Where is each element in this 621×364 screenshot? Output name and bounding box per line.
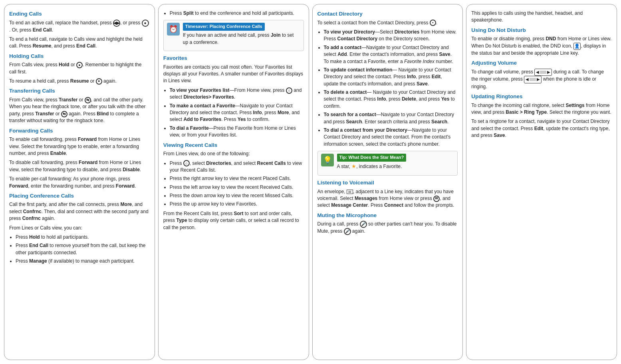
messages-icon: ✉ — [433, 196, 440, 202]
dot-icon: • — [430, 20, 436, 26]
cd-li2: To add a contact—Navigate to your Contac… — [324, 44, 458, 65]
cd-li4: To delete a contact— Navigate to your Co… — [324, 89, 458, 110]
section-adjusting-volume: Adjusting Volume To change call volume, … — [471, 59, 612, 90]
forwarding-calls-title: Forwarding Calls — [9, 127, 150, 135]
contact-directory-title: Contact Directory — [317, 10, 458, 18]
envelope-icon: ✉ — [347, 190, 353, 194]
ending-calls-title: Ending Calls — [9, 10, 150, 18]
muting-microphone-title: Muting the Microphone — [317, 212, 458, 220]
recent-calls-footer: From the Recent Calls list, press Sort t… — [163, 210, 304, 231]
muting-microphone-p1: During a call, press 🎤 so other parties … — [317, 221, 458, 235]
section-updating-ringtones: Updating Ringtones To change the incomin… — [471, 93, 612, 139]
holding-calls-p1: From Calls view, press Hold or ●. Rememb… — [9, 61, 150, 75]
tip-star-box: 💡 Tip: What Does the Star Mean? A star, … — [317, 151, 458, 176]
placing-conference-p2: From Lines or Calls view, you can: — [9, 225, 150, 231]
panel-1: Ending Calls To end an active call, repl… — [4, 4, 155, 360]
recent-calls-li2: Press the right arrow key to view the re… — [170, 175, 304, 182]
applies-to-text: This applies to calls using the handset,… — [471, 10, 612, 24]
placing-conference-title: Placing Conference Calls — [9, 192, 150, 200]
mute-icon-1: 🎤 — [360, 221, 367, 228]
timesaver-text: If you have an active and held call, pre… — [183, 32, 300, 46]
contact-directory-p1: To select a contact from the Contact Dir… — [317, 20, 458, 26]
listening-voicemail-title: Listening to Voicemail — [317, 179, 458, 187]
cd-li5: To search for a contact—Navigate to your… — [324, 111, 458, 125]
favorites-list: To view your Favorites list—From Home vi… — [170, 87, 304, 139]
favorites-li3: To dial a Favorite—Press the Favorite fr… — [170, 125, 304, 139]
timesaver-header: Timesaver: Placing Conference Calls — [183, 23, 265, 31]
section-ending-calls: Ending Calls To end an active call, repl… — [9, 10, 150, 50]
panel-3: Contact Directory To select a contact fr… — [312, 4, 463, 360]
tip-star-header: Tip: What Does the Star Mean? — [337, 154, 407, 162]
home-icon-1: ⌂ — [286, 87, 292, 94]
transfer-icon-1: ⇆ — [85, 97, 91, 103]
section-holding-calls: Holding Calls From Calls view, press Hol… — [9, 52, 150, 85]
hold-icon: ◀▶ — [113, 20, 120, 27]
split-conference-li1: Press Split to end the conference and ho… — [170, 10, 304, 17]
forwarding-calls-p1: To enable call forwarding, press Forward… — [9, 136, 150, 157]
timesaver-box: ⏰ Timesaver: Placing Conference Calls If… — [163, 20, 304, 51]
section-muting-microphone: Muting the Microphone During a call, pre… — [317, 212, 458, 235]
section-forwarding-calls: Forwarding Calls To enable call forwardi… — [9, 127, 150, 190]
viewing-recent-calls-title: Viewing Recent Calls — [163, 141, 304, 149]
forwarding-calls-p3: To enable per-call forwarding: As your p… — [9, 176, 150, 190]
section-transferring-calls: Transferring Calls From Calls view, pres… — [9, 87, 150, 124]
tip-star-content: Tip: What Does the Star Mean? A star, ★,… — [337, 154, 407, 173]
section-listening-voicemail: Listening to Voicemail An envelope, ✉, a… — [317, 179, 458, 209]
do-not-disturb-p1: To enable or disable ringing, press DND … — [471, 36, 612, 57]
panel-2: Press Split to end the conference and ho… — [158, 4, 309, 360]
mute-icon-2: 🎤 — [344, 228, 351, 235]
updating-ringtones-p1: To change the incoming call ringtone, se… — [471, 102, 612, 116]
placing-conference-li2: Press End Call to remove yourself from t… — [16, 242, 150, 256]
recent-calls-li1: Press ⌂, select Directories, and select … — [170, 160, 304, 174]
holding-calls-p2: To resume a held call, press Resume or ●… — [9, 78, 150, 85]
volume-icon-1: ◀▶ — [534, 69, 552, 76]
star-icon: ★ — [351, 163, 356, 169]
forwarding-calls-p2: To disable call forwarding, press Forwar… — [9, 159, 150, 173]
updating-ringtones-p2: To set a ringtone for a contact, navigat… — [471, 118, 612, 139]
transfer-icon-2: ⇆ — [61, 111, 67, 117]
favorites-li2: To make a contact a Favorite—Navigate to… — [170, 103, 304, 123]
updating-ringtones-title: Updating Ringtones — [471, 93, 612, 101]
adjusting-volume-title: Adjusting Volume — [471, 59, 612, 67]
panel-4: This applies to calls using the handset,… — [466, 4, 617, 360]
favorites-li1: To view your Favorites list—From Home vi… — [170, 87, 304, 101]
section-contact-directory: Contact Directory To select a contact fr… — [317, 10, 458, 148]
viewing-recent-calls-p1: From Lines view, do one of the following… — [163, 150, 304, 157]
timesaver-content: Timesaver: Placing Conference Calls If y… — [183, 23, 300, 48]
placing-conference-li3: Press Manage (if available) to manage ea… — [16, 258, 150, 265]
cd-li6: To dial a contact from your Directory—Na… — [324, 127, 458, 148]
listening-voicemail-p1: An envelope, ✉, adjacent to a Line key, … — [317, 188, 458, 209]
section-do-not-disturb: Using Do Not Disturb To enable or disabl… — [471, 26, 612, 57]
timesaver-icon: ⏰ — [167, 23, 180, 36]
placing-conference-li1: Press Hold to hold all participants. — [16, 234, 150, 241]
recent-calls-li3: Press the left arrow key to view the rec… — [170, 184, 304, 191]
transferring-calls-title: Transferring Calls — [9, 87, 150, 95]
favorites-p1: Favorites are contacts you call most oft… — [163, 64, 304, 85]
recent-calls-li4: Press the down arrow key to view the rec… — [170, 192, 304, 199]
hold-icon-2: ● — [76, 62, 83, 68]
viewing-recent-calls-list: Press ⌂, select Directories, and select … — [170, 160, 304, 208]
recent-calls-li5: Press the up arrow key to view Favorites… — [170, 201, 304, 208]
placing-conference-p1: Call the first party, and after the call… — [9, 201, 150, 222]
favorites-title: Favorites — [163, 54, 304, 62]
placing-conference-list: Press Hold to hold all participants. Pre… — [16, 234, 150, 265]
dnd-icon: 👤 — [573, 43, 581, 50]
transferring-calls-p1: From Calls view, press Transfer or ⇆, an… — [9, 97, 150, 125]
ending-calls-p2: To end a held call, navigate to Calls vi… — [9, 36, 150, 50]
contact-directory-list: To view your Directory—Select Directorie… — [324, 29, 458, 148]
volume-icon-2: ◀▶ — [524, 76, 542, 83]
cd-li1: To view your Directory—Select Directorie… — [324, 29, 458, 43]
hold-icon-3: ● — [96, 78, 102, 85]
section-placing-conference-calls: Placing Conference Calls Call the first … — [9, 192, 150, 265]
section-viewing-recent-calls: Viewing Recent Calls From Lines view, do… — [163, 141, 304, 231]
adjusting-volume-p1: To change call volume, press ◀▶ during a… — [471, 69, 612, 90]
split-conference-list: Press Split to end the conference and ho… — [170, 10, 304, 17]
do-not-disturb-title: Using Do Not Disturb — [471, 26, 612, 34]
ending-calls-p1: To end an active call, replace the hands… — [9, 20, 150, 34]
holding-calls-title: Holding Calls — [9, 52, 150, 60]
home-icon-2: ⌂ — [183, 160, 190, 166]
cd-li3: To update contact information— Navigate … — [324, 67, 458, 87]
tip-star-icon: 💡 — [321, 154, 334, 166]
end-icon: ● — [142, 20, 149, 27]
section-favorites: Favorites Favorites are contacts you cal… — [163, 54, 304, 138]
